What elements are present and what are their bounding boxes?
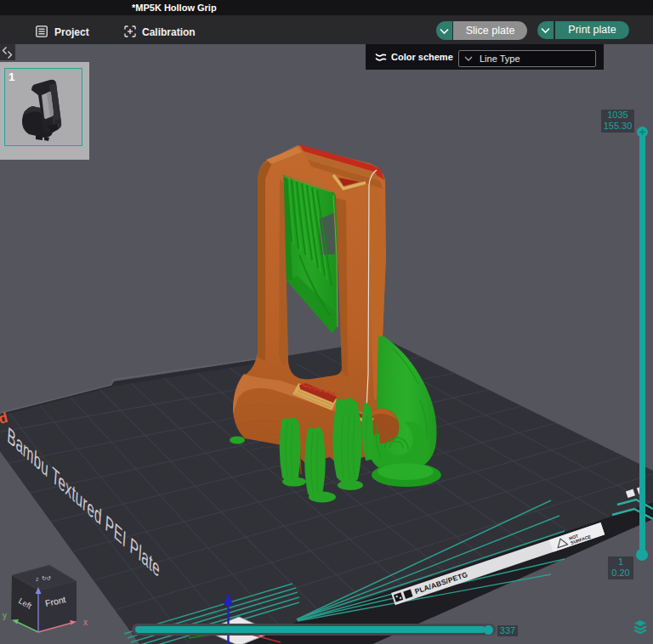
svg-text:z: z <box>36 576 39 582</box>
svg-text:↻↺: ↻↺ <box>42 575 51 581</box>
svg-text:y: y <box>3 611 7 620</box>
svg-text:x: x <box>83 618 88 627</box>
